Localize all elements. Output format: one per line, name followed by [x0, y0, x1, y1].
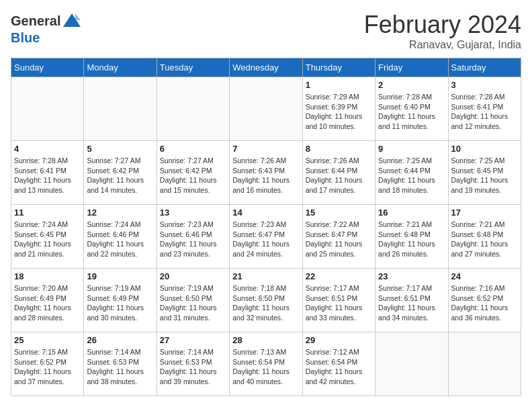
title-block: February 2024 Ranavav, Gujarat, India [364, 11, 521, 51]
day-cell [84, 77, 157, 141]
calendar-title: February 2024 [364, 11, 521, 39]
day-info: Sunrise: 7:14 AM Sunset: 6:53 PM Dayligh… [160, 347, 226, 387]
day-number: 20 [160, 271, 226, 281]
day-cell: 20Sunrise: 7:19 AM Sunset: 6:50 PM Dayli… [157, 269, 229, 332]
week-row-5: 25Sunrise: 7:15 AM Sunset: 6:52 PM Dayli… [11, 332, 521, 396]
day-cell: 4Sunrise: 7:28 AM Sunset: 6:41 PM Daylig… [11, 141, 84, 205]
day-info: Sunrise: 7:14 AM Sunset: 6:53 PM Dayligh… [87, 347, 153, 387]
day-number: 23 [378, 271, 445, 281]
day-cell: 9Sunrise: 7:25 AM Sunset: 6:44 PM Daylig… [375, 141, 448, 205]
day-cell: 2Sunrise: 7:28 AM Sunset: 6:40 PM Daylig… [375, 77, 448, 141]
day-cell: 12Sunrise: 7:24 AM Sunset: 6:46 PM Dayli… [84, 205, 157, 269]
day-info: Sunrise: 7:28 AM Sunset: 6:40 PM Dayligh… [378, 92, 445, 132]
day-number: 16 [378, 208, 445, 218]
day-number: 14 [232, 208, 299, 218]
day-info: Sunrise: 7:24 AM Sunset: 6:45 PM Dayligh… [14, 220, 81, 259]
day-number: 8 [306, 144, 372, 154]
day-cell: 13Sunrise: 7:23 AM Sunset: 6:46 PM Dayli… [157, 205, 229, 269]
day-number: 17 [451, 208, 518, 218]
day-cell: 27Sunrise: 7:14 AM Sunset: 6:53 PM Dayli… [157, 332, 229, 396]
day-info: Sunrise: 7:17 AM Sunset: 6:51 PM Dayligh… [306, 283, 372, 323]
day-cell: 18Sunrise: 7:20 AM Sunset: 6:49 PM Dayli… [11, 269, 84, 332]
day-cell: 8Sunrise: 7:26 AM Sunset: 6:44 PM Daylig… [302, 141, 375, 205]
calendar-header-row: SundayMondayTuesdayWednesdayThursdayFrid… [11, 58, 521, 77]
calendar-subtitle: Ranavav, Gujarat, India [364, 39, 521, 51]
day-cell: 5Sunrise: 7:27 AM Sunset: 6:42 PM Daylig… [84, 141, 157, 205]
day-info: Sunrise: 7:27 AM Sunset: 6:42 PM Dayligh… [160, 156, 226, 195]
day-info: Sunrise: 7:23 AM Sunset: 6:47 PM Dayligh… [232, 220, 299, 259]
day-cell: 3Sunrise: 7:28 AM Sunset: 6:41 PM Daylig… [448, 77, 521, 141]
day-cell: 17Sunrise: 7:21 AM Sunset: 6:48 PM Dayli… [448, 205, 521, 269]
week-row-1: 1Sunrise: 7:29 AM Sunset: 6:39 PM Daylig… [11, 77, 521, 141]
day-number: 15 [306, 208, 372, 218]
day-cell: 1Sunrise: 7:29 AM Sunset: 6:39 PM Daylig… [302, 77, 375, 141]
day-number: 18 [14, 271, 81, 281]
day-cell [230, 77, 302, 141]
day-info: Sunrise: 7:28 AM Sunset: 6:41 PM Dayligh… [451, 92, 518, 132]
column-header-thursday: Thursday [302, 58, 375, 77]
logo-icon [62, 11, 82, 31]
day-info: Sunrise: 7:29 AM Sunset: 6:39 PM Dayligh… [306, 92, 372, 132]
day-number: 2 [378, 80, 445, 90]
logo-general: General [11, 14, 60, 28]
day-cell [448, 332, 521, 396]
day-cell: 25Sunrise: 7:15 AM Sunset: 6:52 PM Dayli… [11, 332, 84, 396]
day-cell: 29Sunrise: 7:12 AM Sunset: 6:54 PM Dayli… [302, 332, 375, 396]
day-cell: 28Sunrise: 7:13 AM Sunset: 6:54 PM Dayli… [230, 332, 302, 396]
day-number: 11 [14, 208, 81, 218]
day-info: Sunrise: 7:25 AM Sunset: 6:45 PM Dayligh… [451, 156, 518, 195]
day-cell: 21Sunrise: 7:18 AM Sunset: 6:50 PM Dayli… [230, 269, 302, 332]
day-number: 5 [87, 144, 153, 154]
day-cell: 26Sunrise: 7:14 AM Sunset: 6:53 PM Dayli… [84, 332, 157, 396]
column-header-saturday: Saturday [448, 58, 521, 77]
day-number: 4 [14, 144, 81, 154]
day-number: 6 [160, 144, 226, 154]
logo-blue: Blue [11, 31, 82, 44]
calendar-body: 1Sunrise: 7:29 AM Sunset: 6:39 PM Daylig… [11, 77, 521, 396]
day-info: Sunrise: 7:12 AM Sunset: 6:54 PM Dayligh… [306, 347, 372, 387]
day-cell: 19Sunrise: 7:19 AM Sunset: 6:49 PM Dayli… [84, 269, 157, 332]
day-cell [375, 332, 448, 396]
column-header-wednesday: Wednesday [230, 58, 302, 77]
day-number: 19 [87, 271, 153, 281]
day-cell: 10Sunrise: 7:25 AM Sunset: 6:45 PM Dayli… [448, 141, 521, 205]
day-number: 22 [306, 271, 372, 281]
day-cell: 16Sunrise: 7:21 AM Sunset: 6:48 PM Dayli… [375, 205, 448, 269]
day-info: Sunrise: 7:28 AM Sunset: 6:41 PM Dayligh… [14, 156, 81, 195]
day-info: Sunrise: 7:13 AM Sunset: 6:54 PM Dayligh… [232, 347, 299, 387]
day-number: 1 [306, 80, 372, 90]
day-info: Sunrise: 7:15 AM Sunset: 6:52 PM Dayligh… [14, 347, 81, 387]
week-row-4: 18Sunrise: 7:20 AM Sunset: 6:49 PM Dayli… [11, 269, 521, 332]
day-info: Sunrise: 7:18 AM Sunset: 6:50 PM Dayligh… [232, 283, 299, 323]
day-number: 24 [451, 271, 518, 281]
day-cell: 11Sunrise: 7:24 AM Sunset: 6:45 PM Dayli… [11, 205, 84, 269]
day-info: Sunrise: 7:16 AM Sunset: 6:52 PM Dayligh… [451, 283, 518, 323]
column-header-monday: Monday [84, 58, 157, 77]
day-number: 7 [232, 144, 299, 154]
day-number: 26 [87, 335, 153, 345]
day-cell: 24Sunrise: 7:16 AM Sunset: 6:52 PM Dayli… [448, 269, 521, 332]
day-number: 29 [306, 335, 372, 345]
day-info: Sunrise: 7:26 AM Sunset: 6:43 PM Dayligh… [232, 156, 299, 195]
column-header-friday: Friday [375, 58, 448, 77]
day-number: 27 [160, 335, 226, 345]
day-number: 10 [451, 144, 518, 154]
day-info: Sunrise: 7:24 AM Sunset: 6:46 PM Dayligh… [87, 220, 153, 259]
day-info: Sunrise: 7:19 AM Sunset: 6:50 PM Dayligh… [160, 283, 226, 323]
day-cell: 22Sunrise: 7:17 AM Sunset: 6:51 PM Dayli… [302, 269, 375, 332]
day-cell: 6Sunrise: 7:27 AM Sunset: 6:42 PM Daylig… [157, 141, 229, 205]
day-cell: 7Sunrise: 7:26 AM Sunset: 6:43 PM Daylig… [230, 141, 302, 205]
day-cell: 15Sunrise: 7:22 AM Sunset: 6:47 PM Dayli… [302, 205, 375, 269]
day-number: 3 [451, 80, 518, 90]
day-cell: 14Sunrise: 7:23 AM Sunset: 6:47 PM Dayli… [230, 205, 302, 269]
logo: General Blue [11, 11, 82, 44]
day-info: Sunrise: 7:23 AM Sunset: 6:46 PM Dayligh… [160, 220, 226, 259]
day-info: Sunrise: 7:21 AM Sunset: 6:48 PM Dayligh… [451, 220, 518, 259]
day-number: 28 [232, 335, 299, 345]
day-number: 25 [14, 335, 81, 345]
column-header-sunday: Sunday [11, 58, 84, 77]
day-number: 13 [160, 208, 226, 218]
calendar-table: SundayMondayTuesdayWednesdayThursdayFrid… [11, 58, 521, 396]
day-info: Sunrise: 7:17 AM Sunset: 6:51 PM Dayligh… [378, 283, 445, 323]
day-info: Sunrise: 7:19 AM Sunset: 6:49 PM Dayligh… [87, 283, 153, 323]
